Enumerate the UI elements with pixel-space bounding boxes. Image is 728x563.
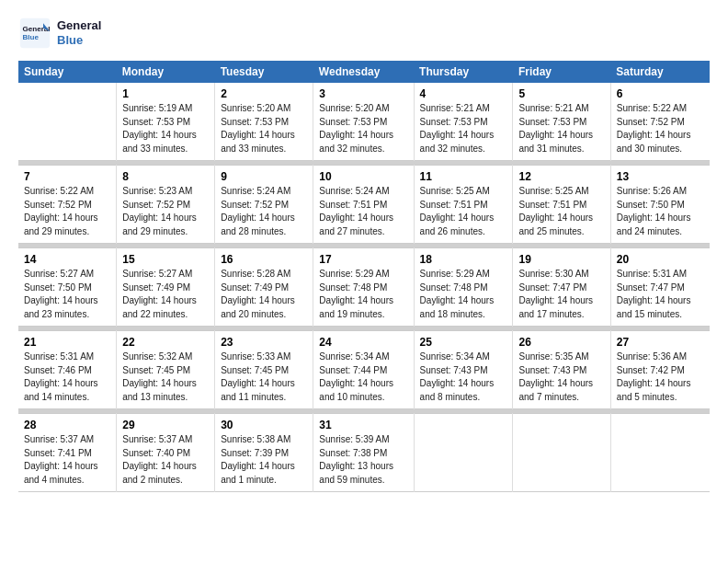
day-number: 30 <box>221 419 307 431</box>
day-cell: 8Sunrise: 5:23 AM Sunset: 7:52 PM Daylig… <box>117 166 215 244</box>
svg-text:Blue: Blue <box>23 33 40 41</box>
day-info: Sunrise: 5:19 AM Sunset: 7:53 PM Dayligh… <box>122 102 209 155</box>
header-cell-monday: Monday <box>117 61 215 83</box>
day-info: Sunrise: 5:31 AM Sunset: 7:47 PM Dayligh… <box>617 268 704 321</box>
day-number: 11 <box>420 170 507 183</box>
day-info: Sunrise: 5:34 AM Sunset: 7:43 PM Dayligh… <box>420 350 507 404</box>
day-cell: 17Sunrise: 5:29 AM Sunset: 7:48 PM Dayli… <box>313 248 414 327</box>
header-row: SundayMondayTuesdayWednesdayThursdayFrid… <box>18 61 710 83</box>
day-info: Sunrise: 5:27 AM Sunset: 7:50 PM Dayligh… <box>24 268 110 321</box>
day-info: Sunrise: 5:29 AM Sunset: 7:48 PM Dayligh… <box>319 268 407 321</box>
day-cell: 3Sunrise: 5:20 AM Sunset: 7:53 PM Daylig… <box>313 83 414 161</box>
day-cell: 5Sunrise: 5:21 AM Sunset: 7:53 PM Daylig… <box>513 83 610 161</box>
day-number: 28 <box>24 419 110 431</box>
day-cell: 4Sunrise: 5:21 AM Sunset: 7:53 PM Daylig… <box>414 83 513 161</box>
day-info: Sunrise: 5:37 AM Sunset: 7:41 PM Dayligh… <box>24 433 110 487</box>
day-info: Sunrise: 5:21 AM Sunset: 7:53 PM Dayligh… <box>518 102 604 155</box>
day-number: 31 <box>319 419 407 431</box>
day-cell: 23Sunrise: 5:33 AM Sunset: 7:45 PM Dayli… <box>215 331 313 409</box>
header-cell-wednesday: Wednesday <box>313 61 414 83</box>
day-number: 5 <box>518 87 604 100</box>
day-info: Sunrise: 5:22 AM Sunset: 7:52 PM Dayligh… <box>617 102 704 155</box>
day-number: 20 <box>617 253 704 266</box>
day-info: Sunrise: 5:37 AM Sunset: 7:40 PM Dayligh… <box>122 433 209 487</box>
day-info: Sunrise: 5:29 AM Sunset: 7:48 PM Dayligh… <box>420 268 507 321</box>
day-number: 15 <box>122 253 209 266</box>
day-info: Sunrise: 5:28 AM Sunset: 7:49 PM Dayligh… <box>221 268 307 321</box>
day-number: 2 <box>221 87 307 100</box>
day-number: 14 <box>24 253 110 266</box>
logo: General Blue General Blue <box>18 17 101 50</box>
day-cell: 16Sunrise: 5:28 AM Sunset: 7:49 PM Dayli… <box>215 248 313 327</box>
day-cell: 30Sunrise: 5:38 AM Sunset: 7:39 PM Dayli… <box>215 414 313 492</box>
day-info: Sunrise: 5:22 AM Sunset: 7:52 PM Dayligh… <box>24 185 110 238</box>
day-info: Sunrise: 5:31 AM Sunset: 7:46 PM Dayligh… <box>24 350 110 404</box>
header: General Blue General Blue <box>18 17 710 50</box>
day-cell: 18Sunrise: 5:29 AM Sunset: 7:48 PM Dayli… <box>414 248 513 327</box>
day-number: 27 <box>617 336 704 349</box>
page: General Blue General Blue SundayMondayTu… <box>0 0 728 501</box>
day-info: Sunrise: 5:25 AM Sunset: 7:51 PM Dayligh… <box>518 185 604 238</box>
day-cell: 1Sunrise: 5:19 AM Sunset: 7:53 PM Daylig… <box>117 83 215 161</box>
day-number: 21 <box>24 336 110 349</box>
day-number: 6 <box>617 87 704 100</box>
day-info: Sunrise: 5:39 AM Sunset: 7:38 PM Dayligh… <box>319 433 407 487</box>
day-cell: 11Sunrise: 5:25 AM Sunset: 7:51 PM Dayli… <box>414 166 513 244</box>
week-row-1: 7Sunrise: 5:22 AM Sunset: 7:52 PM Daylig… <box>18 166 710 244</box>
day-info: Sunrise: 5:26 AM Sunset: 7:50 PM Dayligh… <box>617 185 704 238</box>
day-cell: 28Sunrise: 5:37 AM Sunset: 7:41 PM Dayli… <box>18 414 117 492</box>
day-info: Sunrise: 5:32 AM Sunset: 7:45 PM Dayligh… <box>122 350 209 404</box>
day-cell: 19Sunrise: 5:30 AM Sunset: 7:47 PM Dayli… <box>513 248 610 327</box>
day-number: 16 <box>221 253 307 266</box>
day-cell: 22Sunrise: 5:32 AM Sunset: 7:45 PM Dayli… <box>117 331 215 409</box>
day-cell: 27Sunrise: 5:36 AM Sunset: 7:42 PM Dayli… <box>610 331 710 409</box>
day-cell: 13Sunrise: 5:26 AM Sunset: 7:50 PM Dayli… <box>610 166 710 244</box>
week-row-2: 14Sunrise: 5:27 AM Sunset: 7:50 PM Dayli… <box>18 248 710 327</box>
day-cell <box>18 83 117 161</box>
day-cell: 12Sunrise: 5:25 AM Sunset: 7:51 PM Dayli… <box>513 166 610 244</box>
day-cell: 24Sunrise: 5:34 AM Sunset: 7:44 PM Dayli… <box>313 331 414 409</box>
calendar-body: 1Sunrise: 5:19 AM Sunset: 7:53 PM Daylig… <box>18 83 710 492</box>
day-cell: 6Sunrise: 5:22 AM Sunset: 7:52 PM Daylig… <box>610 83 710 161</box>
day-cell: 26Sunrise: 5:35 AM Sunset: 7:43 PM Dayli… <box>513 331 610 409</box>
day-number: 1 <box>122 87 209 100</box>
day-number: 23 <box>221 336 307 349</box>
day-cell <box>414 414 513 492</box>
header-cell-friday: Friday <box>513 61 610 83</box>
day-number: 4 <box>420 87 507 100</box>
day-cell: 21Sunrise: 5:31 AM Sunset: 7:46 PM Dayli… <box>18 331 117 409</box>
day-cell: 7Sunrise: 5:22 AM Sunset: 7:52 PM Daylig… <box>18 166 117 244</box>
day-number: 18 <box>420 253 507 266</box>
calendar-header: SundayMondayTuesdayWednesdayThursdayFrid… <box>18 61 710 83</box>
day-info: Sunrise: 5:27 AM Sunset: 7:49 PM Dayligh… <box>122 268 209 321</box>
day-cell: 9Sunrise: 5:24 AM Sunset: 7:52 PM Daylig… <box>215 166 313 244</box>
day-number: 10 <box>319 170 407 183</box>
day-number: 22 <box>122 336 209 349</box>
day-number: 19 <box>518 253 604 266</box>
day-number: 29 <box>122 419 209 431</box>
day-info: Sunrise: 5:38 AM Sunset: 7:39 PM Dayligh… <box>221 433 307 487</box>
day-info: Sunrise: 5:25 AM Sunset: 7:51 PM Dayligh… <box>420 185 507 238</box>
calendar-table: SundayMondayTuesdayWednesdayThursdayFrid… <box>18 61 710 492</box>
day-cell: 15Sunrise: 5:27 AM Sunset: 7:49 PM Dayli… <box>117 248 215 327</box>
day-info: Sunrise: 5:34 AM Sunset: 7:44 PM Dayligh… <box>319 350 407 404</box>
day-number: 7 <box>24 170 110 183</box>
day-cell: 29Sunrise: 5:37 AM Sunset: 7:40 PM Dayli… <box>117 414 215 492</box>
day-cell: 25Sunrise: 5:34 AM Sunset: 7:43 PM Dayli… <box>414 331 513 409</box>
day-number: 9 <box>221 170 307 183</box>
logo-text: General Blue <box>57 18 101 47</box>
day-cell <box>513 414 610 492</box>
day-number: 24 <box>319 336 407 349</box>
day-cell: 14Sunrise: 5:27 AM Sunset: 7:50 PM Dayli… <box>18 248 117 327</box>
day-info: Sunrise: 5:20 AM Sunset: 7:53 PM Dayligh… <box>319 102 407 155</box>
day-info: Sunrise: 5:30 AM Sunset: 7:47 PM Dayligh… <box>518 268 604 321</box>
day-number: 26 <box>518 336 604 349</box>
day-number: 25 <box>420 336 507 349</box>
week-row-4: 28Sunrise: 5:37 AM Sunset: 7:41 PM Dayli… <box>18 414 710 492</box>
day-cell: 20Sunrise: 5:31 AM Sunset: 7:47 PM Dayli… <box>610 248 710 327</box>
day-info: Sunrise: 5:23 AM Sunset: 7:52 PM Dayligh… <box>122 185 209 238</box>
week-row-3: 21Sunrise: 5:31 AM Sunset: 7:46 PM Dayli… <box>18 331 710 409</box>
day-cell: 2Sunrise: 5:20 AM Sunset: 7:53 PM Daylig… <box>215 83 313 161</box>
day-number: 12 <box>518 170 604 183</box>
day-info: Sunrise: 5:20 AM Sunset: 7:53 PM Dayligh… <box>221 102 307 155</box>
